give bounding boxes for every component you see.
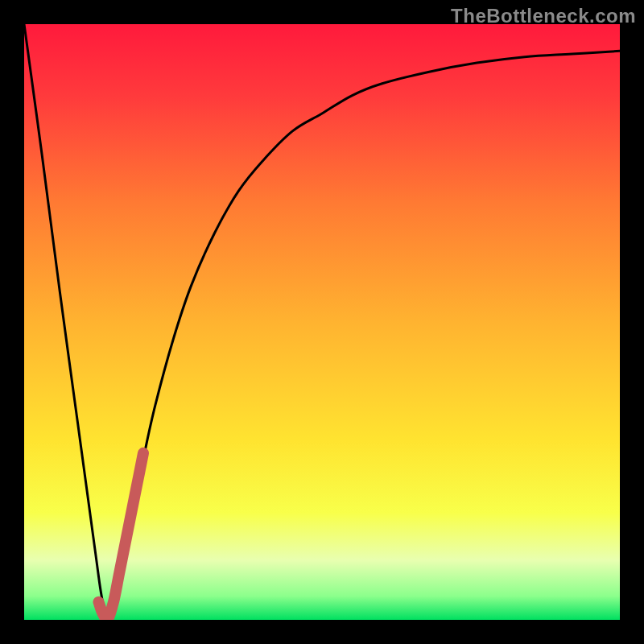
chart-frame: TheBottleneck.com — [0, 0, 644, 644]
chart-svg — [24, 24, 620, 620]
plot-area — [24, 24, 620, 620]
